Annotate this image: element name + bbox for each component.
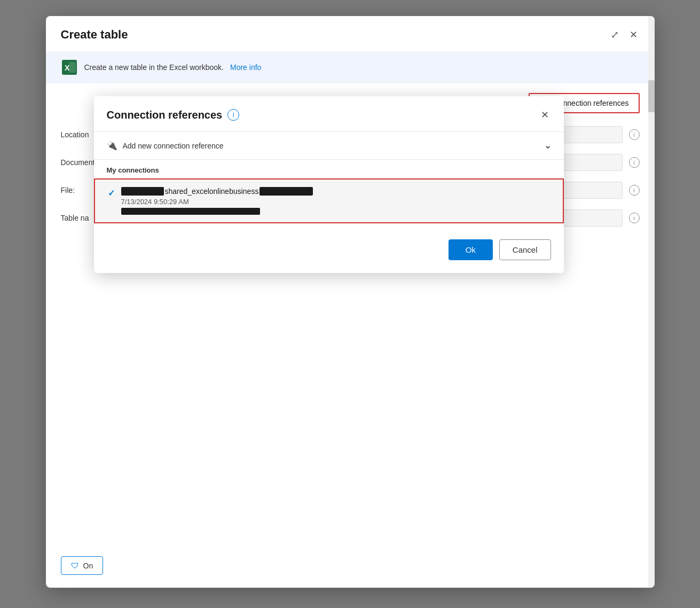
panel-close-icon: ✕ — [541, 110, 549, 120]
redacted-suffix — [259, 187, 313, 196]
connection-details: shared_excelonlinebusiness 7/13/2024 9:5… — [121, 187, 550, 215]
modal-header-icons: ⤢ ✕ — [609, 27, 640, 43]
svg-rect-2 — [69, 62, 76, 73]
modal-title: Create table — [61, 28, 128, 42]
document-info-icon[interactable]: i — [629, 157, 640, 168]
scrollbar-track — [648, 16, 655, 588]
panel-title-area: Connection references i — [107, 109, 240, 121]
panel-header: Connection references i ✕ — [94, 96, 564, 132]
close-button[interactable]: ✕ — [627, 27, 640, 43]
tablename-info-icon[interactable]: i — [629, 213, 640, 223]
conn-ref-label: Connection references — [554, 99, 629, 107]
banner-text: Create a new table in the Excel workbook… — [84, 63, 224, 72]
chevron-down-icon: ⌄ — [544, 141, 551, 151]
excel-icon: X — [61, 59, 78, 76]
expand-icon: ⤢ — [611, 29, 619, 41]
close-icon: ✕ — [630, 29, 638, 41]
connection-name: shared_excelonlinebusiness — [165, 187, 259, 196]
checkmark-icon: ✓ — [108, 188, 115, 198]
ok-button[interactable]: Ok — [449, 239, 493, 260]
scrollbar-thumb[interactable] — [648, 80, 655, 112]
info-banner: X Create a new table in the Excel workbo… — [46, 51, 655, 83]
connection-name-line: shared_excelonlinebusiness — [121, 187, 550, 196]
connection-references-panel: Connection references i ✕ 🔌 Add new conn… — [94, 96, 564, 273]
add-connection-label: Add new connection reference — [123, 142, 539, 150]
file-info-icon[interactable]: i — [629, 185, 640, 196]
connection-item[interactable]: ✓ shared_excelonlinebusiness 7/13/2024 9… — [94, 178, 564, 223]
add-plug-icon: 🔌 — [107, 141, 117, 151]
shield-icon: 🛡 — [71, 561, 79, 570]
expand-button[interactable]: ⤢ — [609, 27, 621, 43]
panel-title: Connection references — [107, 109, 223, 121]
on-label: On — [83, 562, 93, 570]
location-info-icon[interactable]: i — [629, 129, 640, 140]
redacted-bottom — [121, 208, 260, 215]
connection-date: 7/13/2024 9:50:29 AM — [121, 198, 550, 206]
cancel-button[interactable]: Cancel — [499, 239, 551, 260]
redacted-prefix — [121, 187, 164, 196]
add-connection-row[interactable]: 🔌 Add new connection reference ⌄ — [94, 132, 564, 160]
my-connections-label: My connections — [94, 160, 564, 178]
panel-info-icon[interactable]: i — [227, 109, 239, 121]
panel-close-button[interactable]: ✕ — [539, 107, 551, 123]
on-button[interactable]: 🛡 On — [61, 556, 104, 575]
more-info-link[interactable]: More info — [230, 63, 261, 72]
modal-header: Create table ⤢ ✕ — [46, 16, 655, 51]
